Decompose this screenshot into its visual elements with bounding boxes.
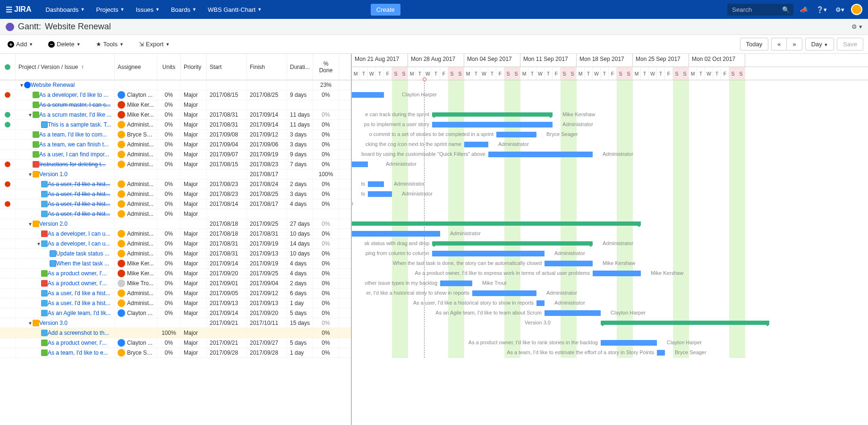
table-row[interactable]: Update task status ...Administ...0%Major… <box>0 249 351 259</box>
issue-link[interactable]: As a product owner, I'... <box>48 280 107 287</box>
col-units[interactable]: Units <box>157 54 181 80</box>
issue-link[interactable]: When the last task ... <box>56 260 109 267</box>
nav-next-button[interactable]: » <box>786 38 802 51</box>
issue-link[interactable]: Version 3.0 <box>39 320 68 326</box>
help-icon[interactable]: ❔▾ <box>814 4 829 15</box>
table-row[interactable]: As a user, I'd like a hist...Administ...… <box>0 209 351 219</box>
table-row[interactable]: As a team, I'd like to com...Bryce Se...… <box>0 130 351 140</box>
table-row[interactable]: As a user, I'd like a hist...Administ...… <box>0 298 351 308</box>
gantt-bar[interactable] <box>432 251 545 256</box>
gantt-bar[interactable] <box>472 290 536 296</box>
issue-link[interactable]: As a developer, I can u... <box>48 230 110 237</box>
col-duration[interactable]: Durati... <box>287 54 313 80</box>
table-row[interactable]: As a user, I can find impor...Administ..… <box>0 150 351 160</box>
issue-link[interactable]: As a product owner, I'... <box>48 340 107 346</box>
table-row[interactable]: This is a sample task. T...Administ...0%… <box>0 120 351 130</box>
nav-item-projects[interactable]: Projects ▼ <box>91 3 129 16</box>
issue-link[interactable]: Website Renewal <box>31 82 75 88</box>
tools-button[interactable]: ★Tools▼ <box>93 39 127 50</box>
table-row[interactable]: As a product owner, I'...Mike Tro...0%Ma… <box>0 279 351 289</box>
page-settings-icon[interactable]: ⚙ ▾ <box>851 23 862 30</box>
issue-link[interactable]: As a developer, I can u... <box>48 240 110 247</box>
issue-link[interactable]: As a scrum master, I'd like ... <box>39 111 111 118</box>
issue-link[interactable]: As a user, I'd like a hist... <box>48 191 110 197</box>
gantt-bar[interactable] <box>368 191 392 197</box>
gantt-bar[interactable] <box>432 241 593 246</box>
save-button[interactable]: Save <box>837 38 863 51</box>
table-row[interactable]: ▼Version 2.02017/08/182017/09/2527 days0… <box>0 219 351 229</box>
table-row[interactable]: ▼Version 3.02017/09/212017/10/1115 days0… <box>0 318 351 328</box>
expander-icon[interactable]: ▼ <box>28 112 33 118</box>
gantt-bar[interactable] <box>440 280 472 286</box>
feedback-icon[interactable]: 📣 <box>798 4 809 15</box>
add-button[interactable]: +Add▼ <box>5 39 36 50</box>
gantt-bar[interactable] <box>657 350 665 356</box>
gantt-bar[interactable] <box>432 122 553 128</box>
nav-item-issues[interactable]: Issues ▼ <box>131 3 164 16</box>
col-issue[interactable]: Project / Version / Issue ↑ <box>16 54 115 80</box>
table-row[interactable]: Add a screenshot to th...100%Major0% <box>0 328 351 338</box>
nav-item-wbs-gantt-chart[interactable]: WBS Gantt-Chart ▼ <box>203 3 266 16</box>
delete-button[interactable]: −Delete▼ <box>45 39 84 50</box>
table-row[interactable]: As a user, I'd like a hist...Administ...… <box>0 289 351 298</box>
table-row[interactable]: As a team, I'd like to e...Bryce Se...0%… <box>0 348 351 358</box>
table-row[interactable]: As a developer, I'd like to ...Clayton .… <box>0 90 351 100</box>
issue-link[interactable]: As a user, I'd like a hist... <box>48 181 110 187</box>
gantt-bar[interactable] <box>464 142 488 147</box>
gantt-bar[interactable] <box>601 340 657 346</box>
create-button[interactable]: Create <box>371 4 400 16</box>
table-row[interactable]: As a user, I'd like a hist...Administ...… <box>0 179 351 189</box>
expander-icon[interactable]: ▼ <box>28 221 33 227</box>
issue-link[interactable]: As a team, I'd like to e... <box>48 349 108 356</box>
avatar[interactable] <box>851 4 862 15</box>
gantt-bar[interactable] <box>593 271 641 276</box>
table-row[interactable]: As a user, I'd like a hist...Administ...… <box>0 199 351 209</box>
table-row[interactable]: As an Agile team, I'd lik...Clayton ...0… <box>0 308 351 318</box>
table-row[interactable]: ▼Website Renewal23% <box>0 80 351 90</box>
table-row[interactable]: As a user, I'd like a hist...Administ...… <box>0 189 351 199</box>
table-row[interactable]: Instructions for deleting t...Administ..… <box>0 160 351 170</box>
table-row[interactable]: As a product owner, I'...Clayton ...0%Ma… <box>0 338 351 348</box>
issue-link[interactable]: As a product owner, I'... <box>48 270 107 277</box>
issue-link[interactable]: As a team, we can finish t... <box>39 141 109 148</box>
scale-button[interactable]: Day ▼ <box>805 38 834 51</box>
col-priority[interactable]: Priority <box>181 54 207 80</box>
nav-item-dashboards[interactable]: Dashboards ▼ <box>41 3 89 16</box>
expander-icon[interactable]: ▼ <box>19 83 24 88</box>
expander-icon[interactable]: ▼ <box>28 321 33 326</box>
gantt-bar[interactable] <box>536 300 545 306</box>
issue-link[interactable]: As a user, I'd like a hist... <box>48 211 110 217</box>
export-button[interactable]: ⇲Export▼ <box>136 39 173 50</box>
issue-link[interactable]: Update task status ... <box>56 250 110 257</box>
table-row[interactable]: ▼Version 1.02017/08/17100% <box>0 170 351 179</box>
col-finish[interactable]: Finish <box>247 54 287 80</box>
table-row[interactable]: ▼As a developer, I can u...Administ...0%… <box>0 239 351 249</box>
today-button[interactable]: Today <box>740 38 769 51</box>
issue-link[interactable]: As a user, I can find impor... <box>39 151 109 158</box>
nav-prev-button[interactable]: « <box>771 38 786 51</box>
issue-link[interactable]: As a scrum master, I can s... <box>39 102 111 108</box>
issue-link[interactable]: As a user, I'd like a hist... <box>48 300 110 306</box>
gantt-bar[interactable] <box>352 92 384 98</box>
gantt-bar[interactable] <box>488 152 593 157</box>
table-row[interactable]: As a product owner, I'...Mike Ker...0%Ma… <box>0 269 351 279</box>
gantt-bar[interactable] <box>601 321 769 325</box>
issue-link[interactable]: As an Agile team, I'd lik... <box>48 310 111 316</box>
gantt-bar[interactable] <box>352 162 368 167</box>
expander-icon[interactable]: ▼ <box>36 241 41 246</box>
issue-link[interactable]: Add a screenshot to th... <box>48 330 109 336</box>
table-row[interactable]: As a scrum master, I can s...Mike Ker...… <box>0 100 351 110</box>
col-assignee[interactable]: Assignee <box>115 54 157 80</box>
issue-link[interactable]: As a user, I'd like a hist... <box>48 290 110 297</box>
issue-link[interactable]: This is a sample task. T... <box>48 121 111 128</box>
expander-icon[interactable]: ▼ <box>28 172 33 177</box>
gantt-bar[interactable] <box>545 310 601 316</box>
jira-logo[interactable]: ☰ JIRA <box>6 5 31 14</box>
table-row[interactable]: As a developer, I can u...Administ...0%M… <box>0 229 351 239</box>
table-row[interactable]: As a team, we can finish t...Administ...… <box>0 140 351 150</box>
table-row[interactable]: ▼As a scrum master, I'd like ...Mike Ker… <box>0 110 351 120</box>
issue-link[interactable]: As a user, I'd like a hist... <box>48 201 110 207</box>
table-row[interactable]: When the last task ...Mike Ker...0%Major… <box>0 259 351 269</box>
gantt-bar[interactable] <box>352 221 641 226</box>
col-start[interactable]: Start <box>207 54 247 80</box>
